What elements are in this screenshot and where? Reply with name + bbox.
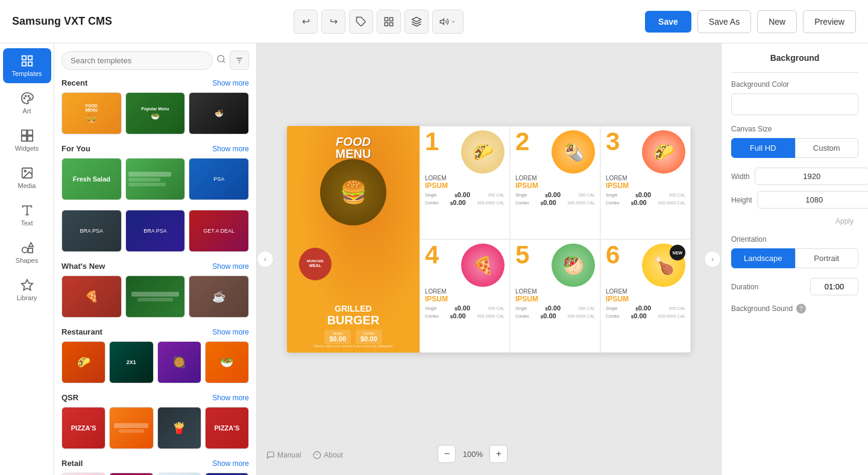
retail-thumb-2[interactable]: Rouge: [109, 473, 153, 475]
restaurant-thumb-4[interactable]: 🥗: [205, 341, 249, 383]
landscape-button[interactable]: Landscape: [731, 248, 795, 268]
height-input[interactable]: [757, 191, 868, 209]
bg-sound-label: Background Sound: [731, 304, 793, 313]
whats-new-show-more[interactable]: Show more: [212, 262, 249, 271]
grid-button[interactable]: [377, 10, 401, 34]
undo-button[interactable]: ↩: [294, 10, 318, 34]
recent-show-more[interactable]: Show more: [212, 79, 249, 87]
restaurant-thumb-3[interactable]: 🥘: [157, 341, 201, 383]
whats-new-section-header: What's New Show more: [61, 262, 249, 271]
qsr-thumb-4[interactable]: PIZZA'S: [205, 407, 249, 449]
retail-show-more[interactable]: Show more: [212, 459, 249, 468]
search-input[interactable]: [61, 51, 213, 70]
sidebar-item-art[interactable]: Art: [3, 86, 51, 121]
svg-point-23: [22, 247, 27, 253]
whats-new-thumb-2[interactable]: [125, 275, 186, 318]
for-you-show-more[interactable]: Show more: [212, 145, 249, 153]
sidebar-label-library: Library: [17, 294, 37, 301]
restaurant-thumb-2[interactable]: 2X1: [109, 341, 153, 383]
menu-item-4[interactable]: 4 🍕 LOREM IPSUM Single $0.00 000 CAL Com…: [420, 239, 510, 353]
menu-number-6: 6: [606, 242, 620, 268]
qsr-thumb-2[interactable]: [109, 407, 153, 449]
retail-thumb-4[interactable]: 👠: [205, 473, 249, 475]
library-icon: [20, 278, 34, 292]
bg-color-wrap: [731, 93, 858, 115]
for-you-thumb-3[interactable]: PSA: [189, 158, 249, 200]
preview-button[interactable]: Preview: [803, 10, 856, 33]
sidebar-item-library[interactable]: Library: [3, 272, 51, 307]
qsr-show-more[interactable]: Show more: [212, 394, 249, 402]
for-you-thumb-6[interactable]: GET A DEAL: [189, 210, 249, 252]
for-you-thumbnails-2: BRA PSA BRA PSA GET A DEAL: [61, 210, 249, 252]
svg-marker-5: [412, 17, 421, 22]
manual-link[interactable]: Manual: [266, 451, 301, 459]
recent-thumb-2[interactable]: Popular Menu 🥗: [125, 92, 186, 134]
sidebar-label-shapes: Shapes: [16, 257, 38, 264]
menu-item-5[interactable]: 5 🥙 LOREM IPSUM Single $0.00 000 CAL Com…: [510, 239, 600, 353]
for-you-thumb-2[interactable]: [125, 158, 186, 200]
whats-new-thumb-1[interactable]: 🍕: [61, 275, 122, 318]
portrait-button[interactable]: Portrait: [795, 248, 859, 268]
text-icon: [20, 204, 34, 217]
apply-button[interactable]: Apply: [731, 215, 858, 228]
manual-label: Manual: [277, 451, 301, 459]
duration-input[interactable]: [810, 278, 858, 295]
restaurant-show-more[interactable]: Show more: [212, 328, 249, 336]
save-as-button[interactable]: Save As: [697, 10, 751, 33]
retail-thumb-3[interactable]: WELCOME30%: [157, 473, 201, 475]
retail-thumb-1[interactable]: 👗: [61, 473, 105, 475]
height-label: Height: [731, 196, 752, 204]
save-button[interactable]: Save: [645, 11, 691, 33]
tag-button[interactable]: [349, 10, 373, 34]
menu-item-2[interactable]: 2 🌯 LOREM IPSUM Single $0.00 000 CAL Com…: [510, 126, 600, 239]
sidebar-item-templates[interactable]: Templates: [3, 48, 51, 83]
sidebar-item-media[interactable]: Media: [3, 160, 51, 195]
whats-new-title: What's New: [61, 262, 105, 271]
recent-title: Recent: [61, 78, 87, 87]
menu-item-1[interactable]: 1 🌮 LOREM IPSUM Single $0.00 000 CAL Com…: [420, 126, 510, 239]
audio-button[interactable]: [432, 10, 464, 34]
full-hd-button[interactable]: Full HD: [731, 138, 795, 158]
restaurant-thumb-1[interactable]: 🌮: [61, 341, 105, 383]
zoom-in-button[interactable]: +: [489, 445, 508, 463]
menu-item-3[interactable]: 3 🌮 LOREM IPSUM Single $0.00 000 CAL Com…: [600, 126, 691, 239]
for-you-thumb-4[interactable]: BRA PSA: [61, 210, 122, 252]
menu-lorem-1: LOREM: [425, 175, 447, 181]
panel-collapse-button[interactable]: ‹: [257, 251, 274, 268]
bg-color-input[interactable]: [731, 93, 858, 115]
zoom-percent: 100%: [461, 450, 485, 459]
for-you-thumb-5[interactable]: BRA PSA: [125, 210, 186, 252]
qsr-thumb-3[interactable]: 🍟: [157, 407, 201, 449]
zoom-out-button[interactable]: −: [438, 445, 456, 463]
qsr-thumbnails: PIZZA'S 🍟 PIZZA'S: [61, 407, 249, 449]
search-bar: [61, 51, 249, 70]
qsr-thumb-1[interactable]: PIZZA'S: [61, 407, 105, 449]
menu-number-3: 3: [606, 129, 620, 154]
width-input[interactable]: [755, 168, 868, 185]
new-button[interactable]: New: [757, 10, 797, 33]
toolbar: ↩ ↪: [294, 10, 464, 34]
sidebar-item-widgets[interactable]: Widgets: [3, 123, 51, 158]
bg-sound-help-icon[interactable]: ?: [796, 304, 806, 313]
recent-thumb-3[interactable]: 🍜: [189, 92, 249, 134]
right-panel-collapse-button[interactable]: ›: [704, 251, 721, 268]
height-row: Height: [731, 191, 858, 209]
custom-button[interactable]: Custom: [795, 138, 859, 158]
recent-thumb-1[interactable]: FOODMENU 🍔: [61, 92, 122, 134]
canvas[interactable]: FOOD MENU MUNCHIE MEAL 🍔 GRILLED BURGER: [287, 126, 691, 353]
layers-button[interactable]: [404, 10, 429, 34]
sidebar-label-templates: Templates: [11, 70, 42, 77]
about-link[interactable]: About: [313, 451, 342, 459]
search-button[interactable]: [216, 54, 226, 66]
sidebar-label-art: Art: [22, 107, 31, 115]
sidebar-item-text[interactable]: Text: [3, 198, 51, 233]
for-you-thumb-1[interactable]: Fresh Salad: [61, 158, 122, 200]
svg-marker-24: [28, 243, 33, 247]
filter-button[interactable]: [230, 51, 249, 70]
redo-button[interactable]: ↪: [321, 10, 345, 34]
menu-ipsum-5: IPSUM: [515, 295, 538, 303]
whats-new-thumb-3[interactable]: ☕: [189, 275, 249, 318]
sidebar-item-shapes[interactable]: Shapes: [3, 235, 51, 270]
munchie-badge: MUNCHIE MEAL: [299, 248, 332, 280]
menu-item-6[interactable]: 6 🍗 NEW LOREM IPSUM Single $0.00 000 CAL…: [600, 239, 691, 353]
